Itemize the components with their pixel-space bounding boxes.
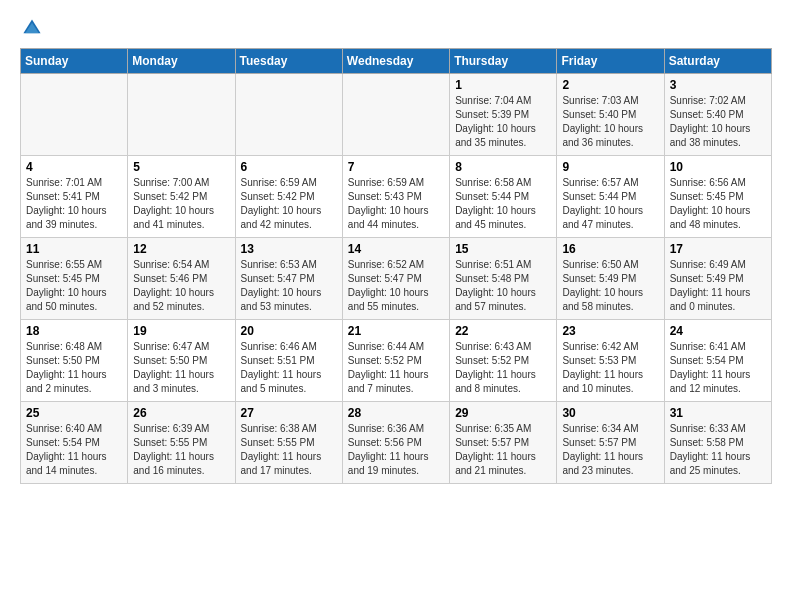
day-info: Sunrise: 7:02 AMSunset: 5:40 PMDaylight:… [670, 94, 766, 150]
day-info: Sunrise: 6:42 AMSunset: 5:53 PMDaylight:… [562, 340, 658, 396]
calendar-cell: 11Sunrise: 6:55 AMSunset: 5:45 PMDayligh… [21, 238, 128, 320]
day-info: Sunrise: 6:54 AMSunset: 5:46 PMDaylight:… [133, 258, 229, 314]
calendar-header-row: SundayMondayTuesdayWednesdayThursdayFrid… [21, 49, 772, 74]
calendar-cell: 23Sunrise: 6:42 AMSunset: 5:53 PMDayligh… [557, 320, 664, 402]
calendar-cell: 26Sunrise: 6:39 AMSunset: 5:55 PMDayligh… [128, 402, 235, 484]
calendar-cell: 14Sunrise: 6:52 AMSunset: 5:47 PMDayligh… [342, 238, 449, 320]
calendar-cell: 31Sunrise: 6:33 AMSunset: 5:58 PMDayligh… [664, 402, 771, 484]
calendar-cell: 8Sunrise: 6:58 AMSunset: 5:44 PMDaylight… [450, 156, 557, 238]
day-number: 28 [348, 406, 444, 420]
day-info: Sunrise: 6:50 AMSunset: 5:49 PMDaylight:… [562, 258, 658, 314]
day-number: 1 [455, 78, 551, 92]
day-number: 30 [562, 406, 658, 420]
day-number: 12 [133, 242, 229, 256]
day-number: 27 [241, 406, 337, 420]
day-info: Sunrise: 6:38 AMSunset: 5:55 PMDaylight:… [241, 422, 337, 478]
calendar-cell: 24Sunrise: 6:41 AMSunset: 5:54 PMDayligh… [664, 320, 771, 402]
day-info: Sunrise: 6:57 AMSunset: 5:44 PMDaylight:… [562, 176, 658, 232]
col-header-saturday: Saturday [664, 49, 771, 74]
day-info: Sunrise: 6:40 AMSunset: 5:54 PMDaylight:… [26, 422, 122, 478]
calendar-cell: 20Sunrise: 6:46 AMSunset: 5:51 PMDayligh… [235, 320, 342, 402]
day-number: 25 [26, 406, 122, 420]
calendar-cell: 25Sunrise: 6:40 AMSunset: 5:54 PMDayligh… [21, 402, 128, 484]
calendar-cell: 27Sunrise: 6:38 AMSunset: 5:55 PMDayligh… [235, 402, 342, 484]
col-header-tuesday: Tuesday [235, 49, 342, 74]
calendar-cell: 21Sunrise: 6:44 AMSunset: 5:52 PMDayligh… [342, 320, 449, 402]
calendar-cell: 1Sunrise: 7:04 AMSunset: 5:39 PMDaylight… [450, 74, 557, 156]
day-info: Sunrise: 6:51 AMSunset: 5:48 PMDaylight:… [455, 258, 551, 314]
day-number: 18 [26, 324, 122, 338]
day-number: 19 [133, 324, 229, 338]
calendar-table: SundayMondayTuesdayWednesdayThursdayFrid… [20, 48, 772, 484]
col-header-wednesday: Wednesday [342, 49, 449, 74]
day-info: Sunrise: 6:46 AMSunset: 5:51 PMDaylight:… [241, 340, 337, 396]
day-info: Sunrise: 6:36 AMSunset: 5:56 PMDaylight:… [348, 422, 444, 478]
day-info: Sunrise: 6:34 AMSunset: 5:57 PMDaylight:… [562, 422, 658, 478]
day-info: Sunrise: 7:03 AMSunset: 5:40 PMDaylight:… [562, 94, 658, 150]
calendar-week-row: 11Sunrise: 6:55 AMSunset: 5:45 PMDayligh… [21, 238, 772, 320]
day-info: Sunrise: 6:59 AMSunset: 5:43 PMDaylight:… [348, 176, 444, 232]
day-info: Sunrise: 6:58 AMSunset: 5:44 PMDaylight:… [455, 176, 551, 232]
day-number: 16 [562, 242, 658, 256]
logo [20, 16, 48, 40]
day-number: 4 [26, 160, 122, 174]
day-info: Sunrise: 6:52 AMSunset: 5:47 PMDaylight:… [348, 258, 444, 314]
day-number: 9 [562, 160, 658, 174]
day-number: 11 [26, 242, 122, 256]
logo-icon [20, 16, 44, 40]
calendar-cell: 7Sunrise: 6:59 AMSunset: 5:43 PMDaylight… [342, 156, 449, 238]
day-info: Sunrise: 6:43 AMSunset: 5:52 PMDaylight:… [455, 340, 551, 396]
calendar-cell: 13Sunrise: 6:53 AMSunset: 5:47 PMDayligh… [235, 238, 342, 320]
day-info: Sunrise: 6:39 AMSunset: 5:55 PMDaylight:… [133, 422, 229, 478]
calendar-cell: 19Sunrise: 6:47 AMSunset: 5:50 PMDayligh… [128, 320, 235, 402]
day-info: Sunrise: 7:04 AMSunset: 5:39 PMDaylight:… [455, 94, 551, 150]
calendar-week-row: 4Sunrise: 7:01 AMSunset: 5:41 PMDaylight… [21, 156, 772, 238]
calendar-cell [21, 74, 128, 156]
day-info: Sunrise: 7:00 AMSunset: 5:42 PMDaylight:… [133, 176, 229, 232]
calendar-cell: 12Sunrise: 6:54 AMSunset: 5:46 PMDayligh… [128, 238, 235, 320]
day-info: Sunrise: 6:41 AMSunset: 5:54 PMDaylight:… [670, 340, 766, 396]
calendar-cell: 9Sunrise: 6:57 AMSunset: 5:44 PMDaylight… [557, 156, 664, 238]
day-number: 3 [670, 78, 766, 92]
page-header [20, 16, 772, 40]
day-info: Sunrise: 7:01 AMSunset: 5:41 PMDaylight:… [26, 176, 122, 232]
day-number: 7 [348, 160, 444, 174]
day-number: 14 [348, 242, 444, 256]
day-info: Sunrise: 6:47 AMSunset: 5:50 PMDaylight:… [133, 340, 229, 396]
col-header-friday: Friday [557, 49, 664, 74]
day-info: Sunrise: 6:56 AMSunset: 5:45 PMDaylight:… [670, 176, 766, 232]
calendar-week-row: 18Sunrise: 6:48 AMSunset: 5:50 PMDayligh… [21, 320, 772, 402]
col-header-thursday: Thursday [450, 49, 557, 74]
day-info: Sunrise: 6:35 AMSunset: 5:57 PMDaylight:… [455, 422, 551, 478]
day-number: 2 [562, 78, 658, 92]
calendar-cell: 4Sunrise: 7:01 AMSunset: 5:41 PMDaylight… [21, 156, 128, 238]
col-header-monday: Monday [128, 49, 235, 74]
calendar-cell: 16Sunrise: 6:50 AMSunset: 5:49 PMDayligh… [557, 238, 664, 320]
day-number: 6 [241, 160, 337, 174]
day-number: 26 [133, 406, 229, 420]
day-number: 15 [455, 242, 551, 256]
calendar-cell: 17Sunrise: 6:49 AMSunset: 5:49 PMDayligh… [664, 238, 771, 320]
day-info: Sunrise: 6:59 AMSunset: 5:42 PMDaylight:… [241, 176, 337, 232]
day-number: 24 [670, 324, 766, 338]
calendar-cell: 30Sunrise: 6:34 AMSunset: 5:57 PMDayligh… [557, 402, 664, 484]
day-info: Sunrise: 6:55 AMSunset: 5:45 PMDaylight:… [26, 258, 122, 314]
calendar-cell [342, 74, 449, 156]
calendar-cell: 18Sunrise: 6:48 AMSunset: 5:50 PMDayligh… [21, 320, 128, 402]
calendar-week-row: 1Sunrise: 7:04 AMSunset: 5:39 PMDaylight… [21, 74, 772, 156]
col-header-sunday: Sunday [21, 49, 128, 74]
day-info: Sunrise: 6:48 AMSunset: 5:50 PMDaylight:… [26, 340, 122, 396]
day-number: 17 [670, 242, 766, 256]
calendar-cell: 10Sunrise: 6:56 AMSunset: 5:45 PMDayligh… [664, 156, 771, 238]
day-number: 22 [455, 324, 551, 338]
calendar-cell [235, 74, 342, 156]
calendar-cell [128, 74, 235, 156]
day-number: 8 [455, 160, 551, 174]
calendar-cell: 29Sunrise: 6:35 AMSunset: 5:57 PMDayligh… [450, 402, 557, 484]
day-info: Sunrise: 6:49 AMSunset: 5:49 PMDaylight:… [670, 258, 766, 314]
day-number: 21 [348, 324, 444, 338]
day-info: Sunrise: 6:33 AMSunset: 5:58 PMDaylight:… [670, 422, 766, 478]
day-info: Sunrise: 6:53 AMSunset: 5:47 PMDaylight:… [241, 258, 337, 314]
calendar-cell: 5Sunrise: 7:00 AMSunset: 5:42 PMDaylight… [128, 156, 235, 238]
day-number: 13 [241, 242, 337, 256]
